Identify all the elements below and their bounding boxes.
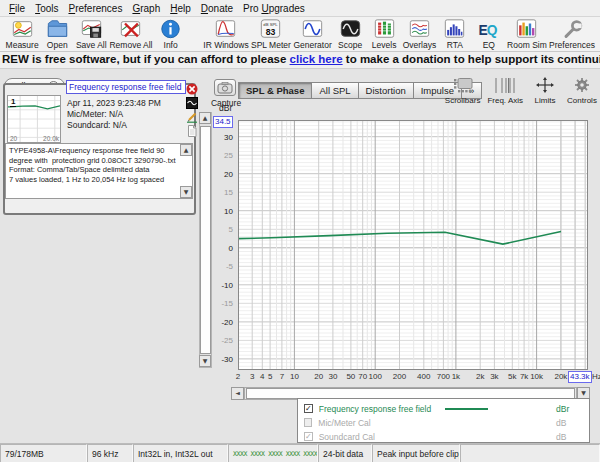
preferences-icon <box>561 18 584 40</box>
top-limit-input[interactable]: 34.5 <box>213 116 233 128</box>
graph-tool-label: Freq. Axis <box>487 96 523 105</box>
toolbar-button-label: SPL Meter <box>251 40 291 50</box>
edit-pencil-icon <box>186 111 198 123</box>
ir-windows-button[interactable]: IR Windows <box>202 18 249 50</box>
legend-checkbox[interactable]: ✓ <box>304 404 313 413</box>
measurement-title-input[interactable]: Frequency response free field <box>66 80 186 94</box>
room-sim-button[interactable]: Room Sim <box>506 18 548 50</box>
controls-button[interactable]: Controls <box>567 77 597 105</box>
overlays-icon <box>408 18 431 40</box>
generator-button[interactable]: Generator <box>292 18 333 50</box>
freq-axis-button[interactable]: Freq. Axis <box>487 77 523 105</box>
scope-button[interactable]: Scope <box>333 18 367 50</box>
room-sim-icon <box>515 18 538 40</box>
scrollbars-button[interactable]: Scrollbars <box>445 77 481 105</box>
menu-item-pro-upgrades[interactable]: Pro Upgrades <box>238 2 310 15</box>
legend-row: ✓Frequency response free fielddBr <box>304 402 583 415</box>
status-memory: 79/178MB <box>0 444 87 462</box>
x-tick-label: 30 <box>328 372 337 381</box>
open-icon <box>46 18 69 40</box>
donation-link[interactable]: click here <box>290 53 343 65</box>
save-all-button[interactable]: Save All <box>74 18 108 50</box>
tab-spl-phase[interactable]: SPL & Phase <box>238 82 312 99</box>
preferences-button[interactable]: Preferences <box>548 18 596 50</box>
x-tick-label: 5 <box>268 372 272 381</box>
graph-tool-label: Scrollbars <box>445 96 481 105</box>
toolbar-button-label: Save All <box>76 40 107 50</box>
toolbar-button-label: Room Sim <box>507 40 547 50</box>
x-tick-label: 700 <box>437 372 450 381</box>
x-tick-label: 3k <box>490 372 498 381</box>
measurement-notes[interactable]: TYPE4958-A\Frequency response free field… <box>5 143 193 199</box>
x-tick-label: 70 <box>358 372 367 381</box>
status-bar: 79/178MB96 kHzInt32L in, Int32L outXXXX … <box>0 443 600 462</box>
menu-item-help[interactable]: Help <box>165 2 196 15</box>
y-tick-label: 10 <box>211 207 233 216</box>
y-tick-label: -25 <box>211 336 233 345</box>
capture-button[interactable] <box>214 79 236 96</box>
x-tick-label: 7k <box>520 372 528 381</box>
limits-button[interactable]: Limits <box>530 77 560 105</box>
legend-row: Mic/Meter CaldB <box>304 416 583 429</box>
y-tick-label: -15 <box>211 299 233 308</box>
open-button[interactable]: Open <box>40 18 74 50</box>
menu-item-graph[interactable]: Graph <box>127 2 165 15</box>
panel-scroll-thumb[interactable] <box>200 126 211 354</box>
pencil-button[interactable] <box>186 109 198 121</box>
freq-axis-icon <box>495 78 515 93</box>
svg-text:Q: Q <box>487 23 498 38</box>
legend-swatch <box>445 422 488 424</box>
page-button[interactable] <box>186 123 198 135</box>
remove-all-button[interactable]: Remove All <box>108 18 153 50</box>
notes-scroll-up-icon[interactable]: ▲ <box>180 144 192 156</box>
legend-checkbox[interactable]: ✓ <box>304 432 313 441</box>
toolbar-button-label: Info <box>164 40 178 50</box>
spl-meter-button[interactable]: dB SPL83SPL Meter <box>250 18 292 50</box>
graph-tools: ScrollbarsFreq. AxisLimitsControls <box>445 77 597 105</box>
x-tick-label: 4 <box>260 372 264 381</box>
menu-item-preferences[interactable]: Preferences <box>63 2 127 15</box>
toolbar-button-label: Scope <box>338 40 362 50</box>
x-tick-label: 2 <box>236 372 240 381</box>
legend-checkbox[interactable] <box>304 418 312 427</box>
spl-phase-chart[interactable] <box>238 120 588 370</box>
measurement-thumbnail[interactable]: 1 20 20.0k <box>7 95 61 143</box>
x-tick-label: 50 <box>346 372 355 381</box>
notes-scrollbar[interactable]: ▲ ▼ <box>180 144 192 198</box>
tab-all-spl[interactable]: All SPL <box>312 82 358 99</box>
main-area: Collapse « Frequency response free field… <box>0 69 600 443</box>
x-tick-label: 3 <box>250 372 254 381</box>
ir-windows-icon <box>214 18 237 40</box>
x-tick-label: 20 <box>314 372 323 381</box>
toolbar-button-label: Overlays <box>403 40 437 50</box>
toolbar-button-label: EQ <box>483 40 495 50</box>
rta-button[interactable]: RTA <box>438 18 472 50</box>
status-bit-depth: 24-bit data <box>318 444 372 462</box>
right-limit-input[interactable]: 43.3k <box>568 371 592 383</box>
notes-scroll-down-icon[interactable]: ▼ <box>180 186 192 198</box>
graph-scroll-left-icon[interactable]: ◄ <box>231 387 244 400</box>
measurement-info: Apr 11, 2023 9:23:48 PM Mic/Meter: N/A S… <box>67 98 161 131</box>
y-tick-label: 15 <box>211 188 233 197</box>
menu-item-donate[interactable]: Donate <box>196 2 238 15</box>
measure-button[interactable]: Measure <box>4 18 40 50</box>
legend-label: Mic/Meter Cal <box>318 418 444 428</box>
tab-distortion[interactable]: Distortion <box>359 82 414 99</box>
y-tick-label: 25 <box>211 151 233 160</box>
delete-button[interactable] <box>186 81 198 93</box>
info-button[interactable]: Info <box>154 18 188 50</box>
menu-item-tools[interactable]: Tools <box>30 2 63 15</box>
x-tick-label: 1k <box>452 372 460 381</box>
rta-icon <box>443 18 466 40</box>
levels-button[interactable]: Levels <box>367 18 401 50</box>
panel-scroll-down-icon[interactable]: ▼ <box>199 355 211 367</box>
x-tick-label: 100 <box>368 372 381 381</box>
trace-button[interactable] <box>186 95 198 107</box>
legend-swatch <box>445 436 488 438</box>
eq-button[interactable]: EQEQ <box>472 18 506 50</box>
status-headroom: Peak input before clipping 146 dB SPL <box>372 444 460 462</box>
measurement-number: 1 <box>10 97 16 107</box>
overlays-button[interactable]: Overlays <box>401 18 438 50</box>
menu-item-file[interactable]: File <box>4 2 30 15</box>
panel-scroll-up-icon[interactable]: ▲ <box>199 112 211 124</box>
